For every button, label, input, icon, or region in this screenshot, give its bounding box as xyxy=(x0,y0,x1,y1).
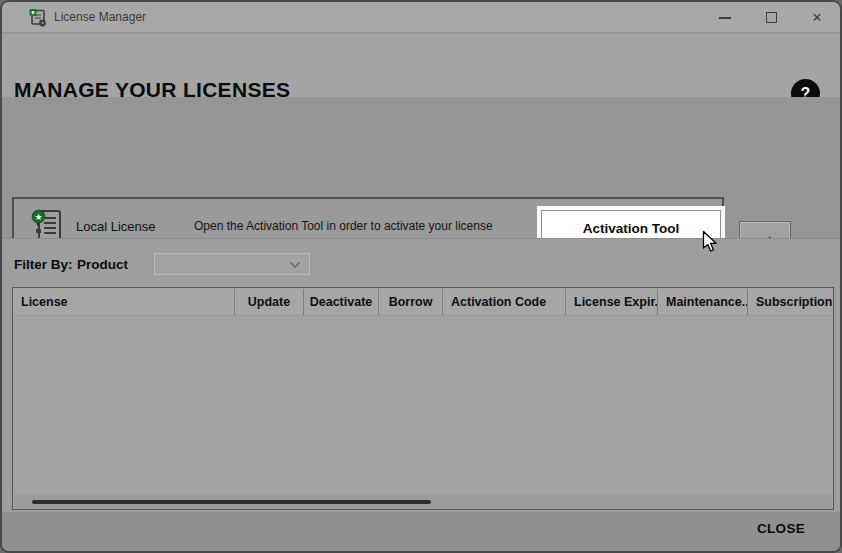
horizontal-scrollbar-thumb[interactable] xyxy=(32,500,431,504)
footer-bar xyxy=(2,512,840,553)
close-icon: ✕ xyxy=(812,11,823,24)
horizontal-scrollbar-track[interactable] xyxy=(14,495,832,508)
window-title: License Manager xyxy=(54,2,146,33)
column-header-license[interactable]: License xyxy=(13,289,235,315)
mouse-cursor-icon xyxy=(702,230,719,253)
table-header-row: License Update Deactivate Borrow Activat… xyxy=(13,288,833,316)
minimize-icon xyxy=(719,17,731,19)
titlebar: License Manager ✕ xyxy=(2,2,840,33)
svg-text:★: ★ xyxy=(34,211,42,221)
minimize-button[interactable] xyxy=(702,2,748,33)
license-app-icon xyxy=(28,8,47,27)
column-header-update[interactable]: Update xyxy=(235,289,304,315)
license-table: License Update Deactivate Borrow Activat… xyxy=(12,287,834,510)
table-body-empty xyxy=(13,316,833,495)
column-header-license-expiration[interactable]: License Expir... xyxy=(566,289,658,315)
close-dialog-button[interactable]: CLOSE xyxy=(757,521,805,536)
close-window-button[interactable]: ✕ xyxy=(794,2,840,33)
chevron-down-icon xyxy=(289,261,301,269)
license-manager-window: License Manager ✕ MANAGE YOUR LICENSES ? xyxy=(0,0,842,553)
local-license-label: Local License xyxy=(76,218,156,233)
column-header-borrow[interactable]: Borrow xyxy=(379,289,443,315)
maximize-button[interactable] xyxy=(748,2,794,33)
column-header-activation-code[interactable]: Activation Code xyxy=(443,289,566,315)
local-license-description: Open the Activation Tool in order to act… xyxy=(194,219,493,233)
filter-by-label: Filter By: xyxy=(14,257,73,272)
maximize-icon xyxy=(766,12,777,23)
filter-field-label: Product xyxy=(77,257,128,272)
license-sections-band: ★ Local License Open the Activation Tool… xyxy=(2,97,840,238)
column-header-deactivate[interactable]: Deactivate xyxy=(304,289,379,315)
product-filter-dropdown[interactable] xyxy=(154,253,310,275)
column-header-subscription[interactable]: Subscription ... xyxy=(748,289,833,315)
column-header-maintenance[interactable]: Maintenance... xyxy=(658,289,748,315)
header-band: MANAGE YOUR LICENSES ? xyxy=(2,34,840,97)
dropdown-selected-value xyxy=(155,257,161,271)
window-controls: ✕ xyxy=(702,2,840,33)
